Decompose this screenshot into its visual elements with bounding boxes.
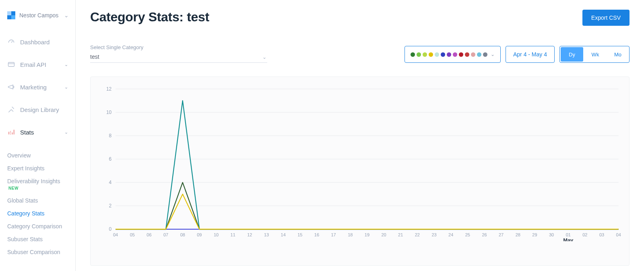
sidebar-item-label: Dashboard: [20, 39, 50, 46]
account-switcher[interactable]: Nestor Campos ⌄: [0, 11, 75, 27]
legend-dot: [447, 52, 451, 57]
svg-text:01: 01: [566, 232, 571, 237]
svg-text:12: 12: [106, 86, 112, 92]
bar-chart-icon: [7, 128, 15, 136]
chevron-down-icon: ⌄: [64, 12, 69, 19]
sidebar-item-label: Design Library: [20, 106, 59, 113]
svg-text:30: 30: [549, 232, 554, 237]
submenu-deliverability-insights[interactable]: Deliverability Insights NEW: [5, 175, 75, 194]
svg-text:15: 15: [297, 232, 302, 237]
svg-text:8: 8: [109, 133, 112, 139]
primary-nav: Dashboard Email API ⌄ Marketing ⌄: [0, 27, 75, 147]
svg-text:14: 14: [281, 232, 286, 237]
svg-text:27: 27: [499, 232, 504, 237]
gauge-icon: [7, 38, 15, 46]
legend-dot: [423, 52, 427, 57]
chevron-down-icon: ⌄: [262, 54, 266, 60]
granularity-toggle: Dy Wk Mo: [559, 46, 630, 63]
main-content: Category Stats: test Export CSV Select S…: [76, 0, 644, 271]
svg-text:17: 17: [331, 232, 336, 237]
svg-text:28: 28: [516, 232, 520, 237]
sidebar-item-email-api[interactable]: Email API ⌄: [0, 53, 75, 76]
legend-dot: [477, 52, 481, 57]
svg-text:18: 18: [348, 232, 353, 237]
svg-text:2: 2: [109, 203, 112, 209]
svg-rect-0: [8, 62, 14, 66]
svg-text:25: 25: [465, 232, 470, 237]
legend-dot: [483, 52, 487, 57]
stats-submenu: Overview Expert Insights Deliverability …: [0, 147, 75, 259]
sidebar-item-design-library[interactable]: Design Library: [0, 98, 75, 121]
account-name: Nestor Campos: [19, 12, 58, 19]
svg-text:04: 04: [113, 232, 118, 237]
sidebar-item-dashboard[interactable]: Dashboard: [0, 31, 75, 53]
sidebar-item-stats[interactable]: Stats ⌄: [0, 121, 75, 143]
svg-text:06: 06: [147, 232, 151, 237]
sidebar-item-marketing[interactable]: Marketing ⌄: [0, 76, 75, 98]
sidebar-item-label: Email API: [20, 61, 46, 68]
submenu-expert-insights[interactable]: Expert Insights: [5, 162, 75, 175]
chart-panel: 0246810120405060708091011121314151617181…: [90, 77, 630, 266]
chevron-down-icon: ⌄: [64, 62, 68, 67]
legend-dot: [459, 52, 463, 57]
legend-dot: [453, 52, 457, 57]
new-badge: NEW: [8, 186, 19, 190]
submenu-subuser-stats[interactable]: Subuser Stats: [5, 233, 75, 246]
chevron-down-icon: ⌄: [64, 85, 68, 90]
svg-text:05: 05: [130, 232, 135, 237]
submenu-subuser-comparison[interactable]: Subuser Comparison: [5, 246, 75, 259]
svg-text:02: 02: [582, 232, 587, 237]
sidebar: Nestor Campos ⌄ Dashboard Email API ⌄: [0, 0, 76, 271]
svg-text:10: 10: [106, 110, 112, 115]
svg-text:08: 08: [180, 232, 185, 237]
line-chart: 0246810120405060708091011121314151617181…: [94, 85, 626, 241]
brand-logo-icon: [7, 11, 15, 19]
chevron-down-icon: ⌄: [491, 52, 495, 57]
legend-dot: [429, 52, 433, 57]
svg-text:07: 07: [163, 232, 168, 237]
submenu-global-stats[interactable]: Global Stats: [5, 194, 75, 207]
svg-text:23: 23: [431, 232, 436, 237]
svg-text:26: 26: [482, 232, 487, 237]
svg-text:29: 29: [532, 232, 537, 237]
svg-text:22: 22: [415, 232, 420, 237]
date-range-value: Apr 4 - May 4: [513, 51, 547, 58]
svg-text:24: 24: [448, 232, 453, 237]
submenu-category-stats[interactable]: Category Stats: [5, 207, 75, 220]
granularity-month[interactable]: Mo: [607, 46, 629, 62]
sidebar-item-label: Stats: [20, 129, 34, 136]
sidebar-item-label: Marketing: [20, 84, 47, 91]
export-csv-button[interactable]: Export CSV: [582, 10, 630, 26]
svg-text:11: 11: [231, 232, 235, 237]
filter-controls: ⌄ Apr 4 - May 4 Dy Wk Mo: [405, 46, 630, 63]
svg-text:May: May: [563, 237, 574, 241]
svg-text:13: 13: [264, 232, 269, 237]
svg-text:21: 21: [398, 232, 403, 237]
legend-dot: [435, 52, 439, 57]
submenu-overview[interactable]: Overview: [5, 149, 75, 162]
svg-text:0: 0: [109, 226, 112, 232]
granularity-day[interactable]: Dy: [561, 47, 583, 62]
legend-dot: [441, 52, 445, 57]
category-select-label: Select Single Category: [90, 44, 267, 50]
granularity-week[interactable]: Wk: [584, 46, 607, 62]
submenu-category-comparison[interactable]: Category Comparison: [5, 220, 75, 233]
svg-text:10: 10: [214, 232, 219, 237]
svg-text:19: 19: [365, 232, 369, 237]
page-title: Category Stats: test: [90, 10, 209, 25]
tools-icon: [7, 106, 15, 114]
date-range-picker[interactable]: Apr 4 - May 4: [506, 46, 555, 63]
category-select-value: test: [90, 54, 99, 60]
series-legend-dropdown[interactable]: ⌄: [405, 46, 501, 63]
card-icon: [7, 60, 15, 68]
megaphone-icon: [7, 83, 15, 91]
svg-text:6: 6: [109, 156, 112, 162]
legend-dot: [471, 52, 475, 57]
svg-text:03: 03: [599, 232, 604, 237]
svg-text:12: 12: [247, 232, 252, 237]
svg-text:4: 4: [109, 180, 112, 185]
svg-text:20: 20: [381, 232, 386, 237]
svg-text:16: 16: [314, 232, 319, 237]
category-select[interactable]: test ⌄: [90, 53, 267, 63]
legend-dot: [417, 52, 421, 57]
